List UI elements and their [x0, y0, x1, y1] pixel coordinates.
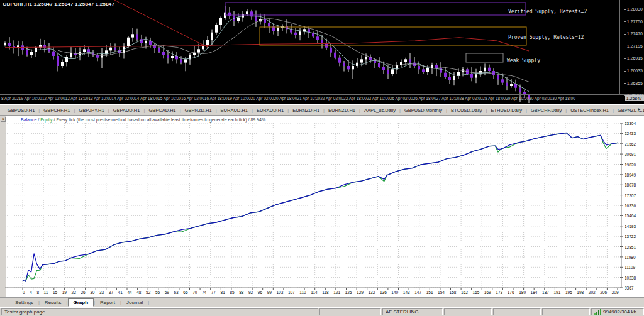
- date-axis-label: 30 Apr 02:00: [529, 96, 552, 101]
- tester-x-label: 11: [44, 290, 48, 295]
- candle-body: [109, 48, 112, 51]
- status-account: AF STERLING: [382, 308, 443, 315]
- candle-body: [127, 38, 130, 46]
- price-axis-label: 1.27195: [624, 44, 643, 48]
- tester-x-label: 37: [109, 290, 113, 295]
- candle-body: [145, 41, 147, 43]
- tester-tab-graph[interactable]: Graph: [68, 298, 94, 307]
- tester-x-label: 77: [211, 290, 216, 295]
- candle-body: [197, 49, 200, 52]
- candle-body: [312, 33, 314, 36]
- chart-tab-btcusd-daily[interactable]: BTCUSD,Daily: [447, 107, 486, 113]
- tester-tab-report[interactable]: Report: [95, 299, 120, 306]
- candle-body: [391, 69, 394, 74]
- weak-supply-zone-label: Weak Supply: [507, 58, 540, 63]
- candle-body: [426, 68, 429, 72]
- weak-supply-zone[interactable]: [466, 53, 503, 62]
- date-axis-label: 16 Apr 18:00: [204, 96, 228, 101]
- tester-x-label: 165: [472, 290, 479, 295]
- candle-body: [347, 66, 350, 69]
- price-axis: 1.280301.277501.274701.271951.269151.266…: [619, 0, 644, 94]
- price-axis-label: 1.28030: [624, 7, 643, 11]
- candle-body: [180, 59, 182, 62]
- tester-x-label: 169: [484, 290, 491, 295]
- candle-body: [17, 45, 19, 48]
- tester-x-label: 198: [577, 290, 584, 295]
- chart-tab-ustechindex-h1[interactable]: USTECHIndex,H1: [567, 107, 613, 113]
- tester-tab-settings[interactable]: Settings: [10, 299, 38, 306]
- candle-body: [475, 74, 477, 77]
- candle-body: [299, 31, 301, 35]
- candle-body: [268, 23, 270, 26]
- status-message: Tester graph page: [1, 308, 318, 315]
- chart-tab-gbpjpy-h1[interactable]: GBPJPY,H1: [75, 107, 108, 113]
- date-axis-label: 14 Apr 18:00: [135, 96, 158, 101]
- candle-body: [365, 57, 367, 59]
- candle-body: [30, 52, 33, 55]
- tester-x-label: 202: [589, 290, 596, 295]
- candle-body: [497, 75, 499, 80]
- status-cell-empty: [542, 308, 590, 315]
- chart-tab-aapl-us-daily[interactable]: AAPL_us,Daily: [360, 107, 399, 113]
- chart-tab-eurnzd-h1[interactable]: EURNZD,H1: [289, 107, 323, 113]
- price-axis-label: 1.26355: [624, 81, 643, 85]
- chart-tab-eurnzd-h1[interactable]: EURNZD,H1: [325, 107, 359, 113]
- candle-body: [352, 66, 354, 69]
- tester-x-label: 118: [322, 290, 328, 295]
- tester-x-label: 143: [403, 290, 410, 295]
- tester-x-label: 66: [183, 290, 187, 295]
- tester-x-label: 0: [23, 290, 25, 295]
- date-axis-label: 28 Apr 18:00: [482, 96, 506, 101]
- candle-body: [484, 68, 486, 71]
- tester-x-label: 121: [333, 290, 340, 295]
- candle-body: [444, 73, 447, 77]
- candle-body: [488, 68, 491, 71]
- chart-tab-gbpcad-h1[interactable]: GBPCAD,H1: [145, 107, 179, 113]
- tester-y-label: 10238: [625, 276, 636, 280]
- candle-body: [264, 19, 266, 23]
- chart-tab-euraud-h1[interactable]: EURAUD,H1: [253, 107, 287, 113]
- tester-y-label: 16336: [625, 204, 636, 208]
- chart-tab-bar: GBPUSD,H1|GBPCHF,H1|GBPJPY,H1|GBPAUD,H1|…: [0, 104, 644, 116]
- candle-body: [96, 55, 99, 58]
- tester-tab-results[interactable]: Results: [40, 299, 67, 306]
- chart-tab-gbpaud-h1[interactable]: GBPAUD,H1: [109, 107, 144, 113]
- chart-tab-gbpusd-h1[interactable]: GBPUSD,H1: [4, 107, 38, 113]
- candle-body: [409, 59, 411, 62]
- chart-tab-gbpchf-daily[interactable]: GBPCHF,Daily: [527, 107, 565, 113]
- tester-y-label: 14593: [625, 224, 636, 229]
- date-axis-label: 20 Apr 18:00: [274, 96, 297, 101]
- candle-body: [83, 49, 86, 52]
- date-axis-label: 27 Apr 10:00: [436, 96, 460, 101]
- date-axis-label: 28 Apr 02:00: [459, 96, 482, 101]
- tester-y-label: 23304: [625, 121, 636, 126]
- price-axis-label: 1.27470: [624, 31, 643, 36]
- tester-x-label: 33: [99, 290, 104, 295]
- tester-x-label: 209: [612, 290, 619, 295]
- candle-body: [418, 66, 420, 69]
- chart-tab-gbpusd-monthly[interactable]: GBPUSD,Monthly: [401, 107, 446, 113]
- candlestick-chart[interactable]: Verified Supply, Retests=2Proven Supply,…: [0, 0, 619, 104]
- candle-body: [321, 40, 323, 43]
- date-axis-label: 22 Apr 18:00: [343, 96, 367, 101]
- tester-x-label: 44: [127, 290, 131, 295]
- legend-balance: Balance: [21, 117, 36, 122]
- price-chart-panel[interactable]: Verified Supply, Retests=2Proven Supply,…: [0, 0, 644, 104]
- tester-x-label: 110: [299, 290, 306, 295]
- chart-tab-gbpchf-h1[interactable]: GBPCHF,H1: [40, 107, 74, 113]
- date-axis-label: 30 Apr 18:00: [552, 96, 575, 101]
- tester-x-label: 8: [36, 290, 39, 295]
- tester-x-label: 129: [357, 290, 364, 295]
- candle-body: [114, 48, 116, 50]
- candle-body: [338, 58, 341, 63]
- tester-balance-graph[interactable]: [0, 116, 644, 298]
- verified-supply-zone[interactable]: [225, 3, 526, 15]
- tab-scroll-right-icon[interactable]: ►: [636, 107, 643, 111]
- candle-body: [378, 63, 380, 67]
- price-axis-label: 1.26915: [624, 56, 643, 60]
- price-axis-label: 1.27750: [624, 19, 643, 24]
- chart-tab-ethusd-daily[interactable]: ETHUSD,Daily: [487, 107, 526, 113]
- chart-tab-gbpnzd-h1[interactable]: GBPNZD,H1: [181, 107, 216, 113]
- chart-tab-euraud-h1[interactable]: EURAUD,H1: [217, 107, 252, 113]
- tester-tab-journal[interactable]: Journal: [121, 299, 148, 306]
